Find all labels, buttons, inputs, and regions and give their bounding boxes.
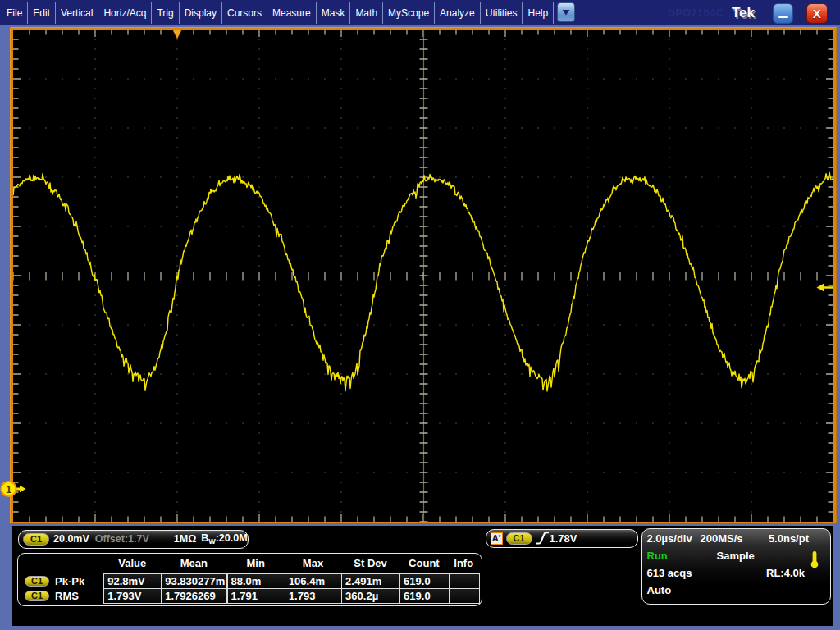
- svg-text:1: 1: [6, 483, 11, 495]
